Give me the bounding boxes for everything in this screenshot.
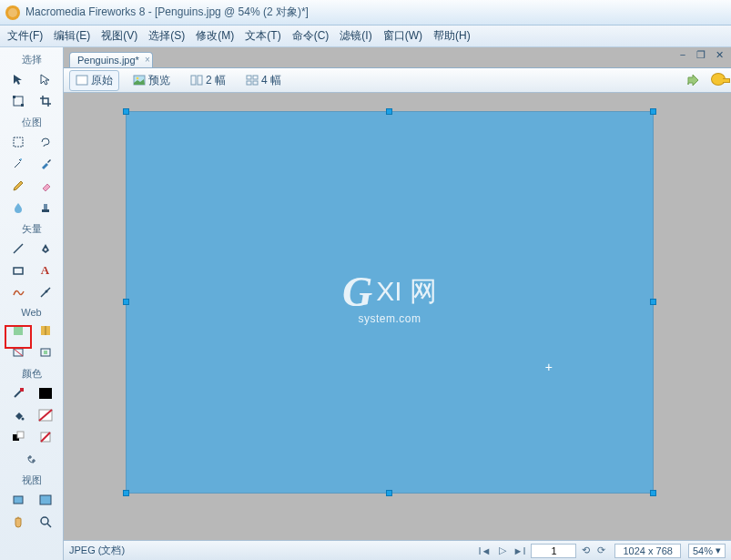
svg-rect-2	[21, 104, 24, 107]
lasso-tool[interactable]	[36, 133, 56, 151]
handle-tm[interactable]	[386, 108, 392, 115]
two-up-button[interactable]: 2 幅	[184, 70, 232, 91]
menu-command[interactable]: 命令(C)	[292, 28, 330, 44]
svg-rect-37	[253, 76, 258, 79]
no-color[interactable]	[36, 428, 56, 446]
svg-point-4	[20, 158, 22, 160]
hand-tool[interactable]	[8, 513, 28, 531]
chevron-down-icon: ▾	[716, 545, 721, 556]
title-text: Macromedia Fireworks 8 - [Penguins.jpg @…	[25, 5, 309, 20]
export-wizard-icon[interactable]	[685, 73, 702, 87]
subselect-tool[interactable]	[36, 70, 56, 88]
hotspot-tool[interactable]	[8, 321, 28, 340]
marquee-tool[interactable]	[8, 133, 28, 151]
svg-rect-9	[14, 268, 23, 274]
handle-tl[interactable]	[123, 108, 129, 115]
document-tab[interactable]: Penguins.jpg* ×	[69, 52, 153, 67]
screen-mode-tool[interactable]	[8, 491, 28, 509]
eraser-tool[interactable]	[36, 177, 56, 195]
restore-doc-button[interactable]: ❐	[695, 49, 707, 61]
stroke-color[interactable]	[36, 384, 56, 402]
freeform-tool[interactable]	[8, 283, 28, 301]
zoom-selector[interactable]: 54% ▾	[688, 544, 726, 558]
knife-tool[interactable]	[36, 283, 56, 301]
handle-bm[interactable]	[386, 490, 392, 496]
export-key-icon[interactable]	[711, 73, 726, 88]
brush-tool[interactable]	[36, 155, 56, 173]
section-view: 视图	[0, 473, 63, 489]
handle-tr[interactable]	[650, 108, 656, 115]
handle-br[interactable]	[650, 490, 656, 496]
pointer-tool[interactable]	[8, 70, 28, 88]
selection-rectangle[interactable]: GXI 网 system.com +	[126, 111, 654, 494]
fill-color[interactable]	[36, 406, 56, 424]
handle-bl[interactable]	[123, 490, 129, 496]
menu-file[interactable]: 文件(F)	[7, 28, 43, 44]
last-frame-button[interactable]: ►I	[512, 545, 528, 556]
scale-tool[interactable]	[8, 92, 28, 110]
next-frame-button[interactable]: ⟳	[595, 545, 607, 556]
slice-tool[interactable]	[36, 321, 56, 340]
wand-tool[interactable]	[8, 155, 28, 173]
toolbox: 选择 位图 矢量 A Web	[0, 47, 64, 560]
fill-picker-tool[interactable]	[8, 406, 28, 424]
svg-rect-31	[76, 76, 87, 85]
app-icon	[5, 5, 20, 20]
section-bitmap: 位图	[0, 116, 63, 131]
four-up-button[interactable]: 4 幅	[239, 70, 288, 91]
zoom-tool[interactable]	[36, 513, 56, 531]
preview-view-button[interactable]: 预览	[127, 70, 177, 91]
svg-rect-35	[198, 76, 202, 85]
show-slices-tool[interactable]	[36, 343, 56, 361]
stroke-picker-tool[interactable]	[8, 384, 28, 402]
svg-rect-5	[42, 209, 49, 212]
close-doc-button[interactable]: ✕	[713, 49, 726, 61]
menu-help[interactable]: 帮助(H)	[433, 28, 471, 44]
screen-mode2-tool[interactable]	[36, 491, 56, 509]
menu-view[interactable]: 视图(V)	[101, 28, 137, 44]
pen-tool[interactable]	[36, 239, 56, 258]
svg-rect-17	[44, 351, 47, 354]
svg-rect-36	[247, 76, 251, 79]
handle-mr[interactable]	[650, 299, 656, 305]
play-button[interactable]: ▷	[497, 545, 508, 556]
swap-colors[interactable]	[22, 450, 42, 468]
canvas[interactable]: GXI 网 system.com +	[64, 93, 731, 540]
menu-edit[interactable]: 编辑(E)	[54, 28, 90, 44]
close-tab-icon[interactable]: ×	[145, 55, 150, 65]
first-frame-button[interactable]: I◄	[477, 545, 493, 556]
document-area: Penguins.jpg* × − ❐ ✕ 原始 预览 2 幅	[64, 47, 731, 560]
text-tool[interactable]: A	[36, 261, 56, 280]
svg-rect-18	[20, 388, 24, 392]
prev-frame-button[interactable]: ⟲	[580, 545, 592, 556]
original-view-button[interactable]: 原始	[69, 70, 119, 91]
svg-point-29	[41, 517, 48, 524]
rectangle-tool[interactable]	[8, 261, 28, 280]
menu-window[interactable]: 窗口(W)	[383, 28, 422, 44]
hide-slices-tool[interactable]	[8, 343, 28, 361]
svg-rect-3	[14, 137, 23, 147]
menu-modify[interactable]: 修改(M)	[196, 28, 234, 44]
svg-rect-19	[39, 388, 52, 399]
line-tool[interactable]	[8, 239, 28, 258]
pencil-tool[interactable]	[8, 177, 28, 195]
handle-ml[interactable]	[123, 299, 129, 305]
crop-tool[interactable]	[36, 92, 56, 110]
page-icon	[76, 75, 88, 86]
menu-select[interactable]: 选择(S)	[148, 28, 185, 44]
frame-nav: I◄ ▷ ►I ⟲ ⟳	[477, 544, 608, 558]
menu-filter[interactable]: 滤镜(I)	[340, 28, 371, 44]
minimize-doc-button[interactable]: −	[676, 49, 689, 61]
menu-text[interactable]: 文本(T)	[245, 28, 280, 44]
default-colors[interactable]	[8, 428, 28, 446]
svg-rect-28	[40, 495, 51, 504]
image-icon	[133, 75, 146, 86]
crosshair-cursor-icon: +	[545, 360, 553, 374]
section-vector: 矢量	[0, 222, 63, 238]
svg-point-33	[137, 77, 139, 80]
blur-tool[interactable]	[8, 199, 28, 217]
stamp-tool[interactable]	[36, 199, 56, 217]
dimensions-label[interactable]: 1024 x 768	[614, 544, 680, 558]
statusbar: JPEG (文档) I◄ ▷ ►I ⟲ ⟳ 1024 x 768 54% ▾	[64, 540, 731, 560]
frame-input[interactable]	[531, 544, 576, 558]
